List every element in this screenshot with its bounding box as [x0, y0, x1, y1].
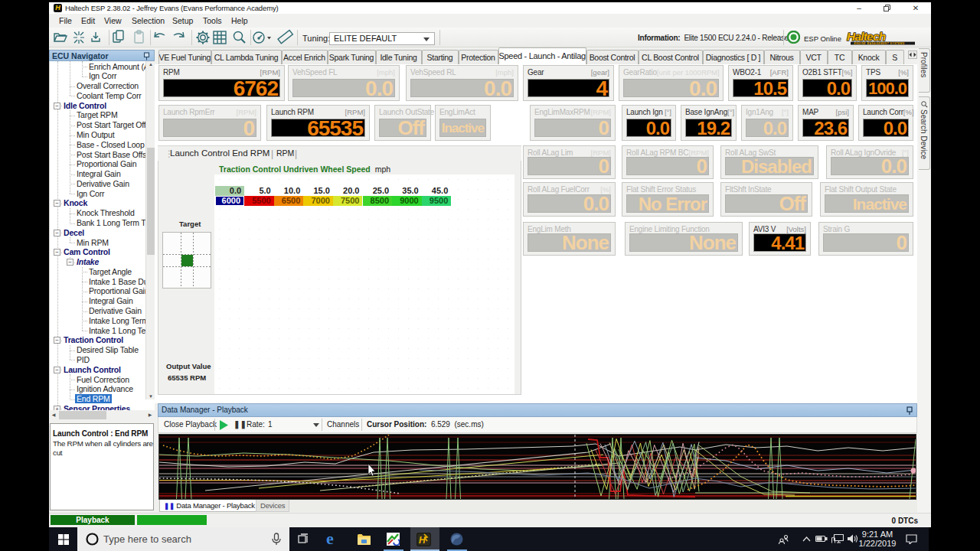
svg-text:Haltech: Haltech	[847, 31, 886, 43]
svg-text:H: H	[419, 535, 426, 546]
svg-text:ENGINE MANAGEMENT SYSTEMS: ENGINE MANAGEMENT SYSTEMS	[854, 42, 905, 45]
